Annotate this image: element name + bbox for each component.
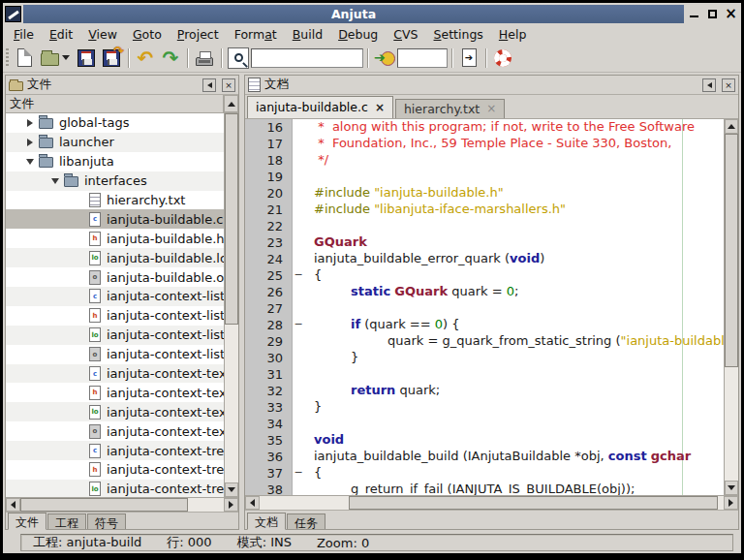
- expander-icon[interactable]: [21, 119, 39, 127]
- undock-panel-button[interactable]: [202, 78, 216, 92]
- code-line[interactable]: 23GQuark: [245, 234, 724, 251]
- goto-line-button[interactable]: [372, 46, 397, 71]
- scrollbar-thumb[interactable]: [225, 113, 238, 325]
- find-button[interactable]: [226, 46, 251, 71]
- menu-settings[interactable]: Settings: [427, 26, 490, 43]
- scroll-right-button[interactable]: [224, 498, 238, 512]
- code-line[interactable]: 16 * along with this program; if not, wr…: [245, 119, 724, 136]
- code-line[interactable]: 24ianjuta_buildable_error_quark (void): [245, 251, 724, 267]
- code-line[interactable]: 31: [245, 366, 724, 383]
- code-line[interactable]: 29quark = g_quark_from_static_string ("i…: [245, 333, 724, 350]
- code-editor[interactable]: 16 * along with this program; if not, wr…: [245, 118, 738, 495]
- tree-item-ianjuta-context-tree.h[interactable]: hianjuta-context-tree.h: [6, 460, 224, 480]
- save-all-button[interactable]: ↷: [99, 46, 124, 71]
- close-tab-icon[interactable]: ×: [375, 102, 385, 113]
- scroll-up-button[interactable]: [725, 119, 738, 134]
- maximize-button[interactable]: [704, 6, 721, 22]
- menu-cvs[interactable]: CVS: [387, 26, 424, 43]
- close-panel-button[interactable]: ×: [222, 78, 235, 92]
- scrollbar-trough[interactable]: [725, 367, 738, 481]
- menu-format[interactable]: Format: [228, 26, 284, 43]
- code-line[interactable]: 28−if (quark == 0) {: [245, 317, 724, 333]
- tree-horizontal-scrollbar[interactable]: [6, 497, 238, 512]
- code-line[interactable]: 17 * Foundation, Inc., 59 Temple Place -…: [245, 136, 724, 152]
- redo-button[interactable]: ↷: [158, 46, 183, 71]
- fold-marker-icon[interactable]: −: [292, 317, 304, 333]
- scrollbar-thumb[interactable]: [20, 498, 188, 512]
- app-icon[interactable]: [5, 6, 21, 22]
- tab-文档[interactable]: 文档: [247, 513, 286, 530]
- fold-marker-icon[interactable]: −: [292, 465, 304, 482]
- scroll-down-button[interactable]: [725, 481, 738, 495]
- scroll-down-button[interactable]: [225, 482, 238, 497]
- menu-goto[interactable]: Goto: [126, 26, 169, 43]
- menu-build[interactable]: Build: [286, 26, 329, 43]
- minimize-button[interactable]: [686, 6, 702, 22]
- code-line[interactable]: 26static GQuark quark = 0;: [245, 284, 724, 300]
- search-input[interactable]: [251, 48, 363, 68]
- help-button[interactable]: [490, 46, 515, 71]
- scrollbar-thumb[interactable]: [349, 496, 719, 510]
- tree-vertical-scrollbar[interactable]: [224, 113, 238, 497]
- tree-item-ianjuta-context-text.o[interactable]: oianjuta-context-text.o: [6, 421, 224, 441]
- scrollbar-thumb[interactable]: [725, 134, 738, 367]
- code-line[interactable]: 20#include "ianjuta-buildable.h": [245, 185, 724, 202]
- tree-item-global-tags[interactable]: global-tags: [6, 113, 224, 133]
- code-line[interactable]: 38g_return_if_fail (IANJUTA_IS_BUILDABLE…: [245, 482, 724, 495]
- tree-item-ianjuta-context-tree.lo[interactable]: loianjuta-context-tree.lo: [6, 480, 224, 497]
- code-line[interactable]: 27: [245, 300, 724, 317]
- tree-item-ianjuta-buildable.h[interactable]: hianjuta-buildable.h: [6, 229, 224, 248]
- scrollbar-trough[interactable]: [260, 496, 349, 510]
- editor-vertical-scrollbar[interactable]: [724, 119, 738, 495]
- tree-item-ianjuta-context-list.c[interactable]: cianjuta-context-list.c: [6, 287, 224, 306]
- menu-edit[interactable]: Edit: [43, 26, 79, 43]
- menu-help[interactable]: Help: [492, 26, 534, 43]
- undock-panel-button[interactable]: [702, 78, 716, 92]
- close-button[interactable]: ×: [723, 6, 739, 22]
- open-file-button[interactable]: [37, 46, 62, 71]
- code-line[interactable]: 33}: [245, 399, 724, 416]
- close-panel-button[interactable]: ×: [722, 78, 735, 92]
- code-line[interactable]: 21#include "libanjuta-iface-marshallers.…: [245, 202, 724, 218]
- expander-icon[interactable]: [21, 159, 39, 165]
- menu-file[interactable]: File: [7, 26, 41, 43]
- tree-item-ianjuta-buildable.c[interactable]: cianjuta-buildable.c: [6, 209, 224, 229]
- tree-item-ianjuta-context-tree.c[interactable]: cianjuta-context-tree.c: [6, 441, 224, 460]
- menu-debug[interactable]: Debug: [331, 26, 385, 43]
- expander-icon[interactable]: [46, 178, 64, 184]
- tab-任务[interactable]: 任务: [287, 513, 326, 529]
- scrollbar-trough[interactable]: [188, 498, 224, 512]
- scroll-left-button[interactable]: [6, 498, 20, 512]
- title-bar[interactable]: Anjuta ×: [3, 3, 741, 24]
- open-dropdown-arrow-icon[interactable]: [62, 55, 70, 60]
- tree-item-ianjuta-context-list.h[interactable]: hianjuta-context-list.h: [6, 306, 224, 326]
- editor-tab-ianjuta-buildable.c[interactable]: ianjuta-buildable.c×: [247, 96, 393, 118]
- expander-icon[interactable]: [21, 139, 39, 146]
- code-line[interactable]: 25−{: [245, 267, 724, 284]
- code-line[interactable]: 22: [245, 218, 724, 234]
- tree-item-ianjuta-context-text.lo[interactable]: loianjuta-context-text.lo: [6, 402, 224, 421]
- editor-lines[interactable]: 16 * along with this program; if not, wr…: [245, 119, 724, 495]
- editor-tab-hierarchy.txt[interactable]: hierarchy.txt×: [395, 99, 505, 118]
- tab-符号[interactable]: 符号: [87, 513, 126, 529]
- fold-marker-icon[interactable]: −: [292, 267, 304, 284]
- scroll-up-button[interactable]: [224, 95, 238, 112]
- save-button[interactable]: [74, 46, 99, 71]
- code-line[interactable]: 34: [245, 416, 724, 432]
- tree-item-ianjuta-buildable.o[interactable]: oianjuta-buildable.o: [6, 267, 224, 287]
- code-line[interactable]: 18 */: [245, 152, 724, 169]
- code-line[interactable]: 36ianjuta_buildable_build (IAnjutaBuilda…: [245, 449, 724, 465]
- undo-button[interactable]: ↶: [133, 46, 158, 71]
- tree-item-libanjuta[interactable]: libanjuta: [6, 152, 224, 171]
- code-line[interactable]: 30}: [245, 350, 724, 366]
- menu-project[interactable]: Project: [170, 26, 226, 43]
- tree-item-launcher[interactable]: launcher: [6, 133, 224, 152]
- code-line[interactable]: 19: [245, 169, 724, 185]
- goto-button[interactable]: [456, 46, 481, 71]
- line-number-input[interactable]: [397, 48, 448, 68]
- menu-view[interactable]: View: [81, 26, 124, 43]
- new-file-button[interactable]: [12, 46, 37, 71]
- tree-item-ianjuta-context-text.h[interactable]: hianjuta-context-text.h: [6, 383, 224, 402]
- code-line[interactable]: 37−{: [245, 465, 724, 482]
- editor-horizontal-scrollbar[interactable]: [245, 495, 738, 510]
